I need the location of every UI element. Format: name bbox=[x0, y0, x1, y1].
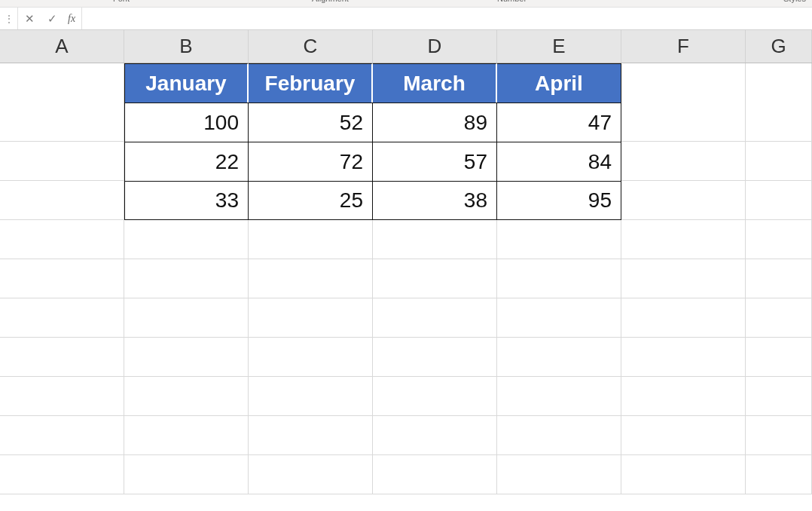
cell-G6[interactable] bbox=[746, 259, 812, 298]
cell-A9[interactable] bbox=[0, 377, 124, 415]
cell-E4[interactable]: 95 bbox=[497, 181, 621, 220]
excel-window: { "ribbon": { "groups": ["Font", "Alignm… bbox=[0, 0, 812, 511]
cell-G3[interactable] bbox=[746, 142, 812, 181]
cell-E6[interactable] bbox=[497, 259, 621, 298]
cell-A3[interactable] bbox=[0, 142, 124, 181]
cancel-button[interactable]: ✕ bbox=[18, 8, 41, 29]
cell-B2[interactable]: 100 bbox=[124, 103, 249, 142]
column-header-G[interactable]: G bbox=[746, 30, 812, 63]
row-5 bbox=[0, 220, 812, 259]
cell-F6[interactable] bbox=[621, 259, 746, 298]
column-header-D[interactable]: D bbox=[373, 30, 497, 63]
enter-button[interactable]: ✓ bbox=[41, 8, 63, 29]
cell-C3[interactable]: 72 bbox=[249, 142, 373, 181]
cell-C9[interactable] bbox=[249, 377, 373, 415]
cell-C7[interactable] bbox=[249, 298, 373, 337]
cell-B6[interactable] bbox=[124, 259, 249, 298]
cell-B5[interactable] bbox=[124, 220, 249, 259]
cell-F4[interactable] bbox=[621, 181, 746, 220]
ribbon-group-font: Font bbox=[113, 0, 130, 3]
cell-C11[interactable] bbox=[249, 455, 373, 494]
cell-C4[interactable]: 25 bbox=[249, 181, 373, 220]
cell-A1[interactable] bbox=[0, 63, 124, 103]
cell-D1[interactable]: March bbox=[373, 63, 497, 103]
row-8 bbox=[0, 338, 812, 377]
cell-F2[interactable] bbox=[621, 103, 746, 142]
formula-bar: ✕ ✓ fx bbox=[0, 8, 812, 30]
cell-F5[interactable] bbox=[621, 220, 746, 259]
cell-E7[interactable] bbox=[497, 298, 621, 337]
formula-bar-grip[interactable] bbox=[0, 8, 18, 29]
grid: January February March April 100 52 89 4… bbox=[0, 63, 812, 494]
cell-F1[interactable] bbox=[621, 63, 746, 103]
cell-C10[interactable] bbox=[249, 416, 373, 454]
cell-F9[interactable] bbox=[621, 377, 746, 415]
cell-E11[interactable] bbox=[497, 455, 621, 494]
cell-D6[interactable] bbox=[373, 259, 497, 298]
insert-function-button[interactable]: fx bbox=[63, 8, 82, 29]
fx-icon: fx bbox=[68, 13, 75, 25]
cell-B9[interactable] bbox=[124, 377, 249, 415]
cell-C5[interactable] bbox=[249, 220, 373, 259]
cell-G4[interactable] bbox=[746, 181, 812, 220]
row-7 bbox=[0, 298, 812, 338]
cell-E1[interactable]: April bbox=[497, 63, 621, 103]
cell-F8[interactable] bbox=[621, 338, 746, 376]
cell-A10[interactable] bbox=[0, 416, 124, 454]
cell-G8[interactable] bbox=[746, 338, 812, 376]
cell-G7[interactable] bbox=[746, 298, 812, 337]
cell-C2[interactable]: 52 bbox=[249, 103, 373, 142]
cell-G9[interactable] bbox=[746, 377, 812, 415]
cell-G1[interactable] bbox=[746, 63, 812, 103]
cell-B1[interactable]: January bbox=[124, 63, 249, 103]
column-header-C[interactable]: C bbox=[249, 30, 373, 63]
cell-G2[interactable] bbox=[746, 103, 812, 142]
cell-D3[interactable]: 57 bbox=[373, 142, 497, 181]
cell-E2[interactable]: 47 bbox=[497, 103, 621, 142]
formula-input[interactable] bbox=[82, 8, 812, 29]
cell-C1[interactable]: February bbox=[249, 63, 373, 103]
cell-B10[interactable] bbox=[124, 416, 249, 454]
cell-B4[interactable]: 33 bbox=[124, 181, 249, 220]
cell-E3[interactable]: 84 bbox=[497, 142, 621, 181]
cell-E8[interactable] bbox=[497, 338, 621, 376]
cell-G11[interactable] bbox=[746, 455, 812, 494]
cell-A7[interactable] bbox=[0, 298, 124, 337]
cell-A2[interactable] bbox=[0, 103, 124, 142]
cell-D9[interactable] bbox=[373, 377, 497, 415]
cell-A5[interactable] bbox=[0, 220, 124, 259]
column-header-F[interactable]: F bbox=[621, 30, 746, 63]
cell-D5[interactable] bbox=[373, 220, 497, 259]
cell-A11[interactable] bbox=[0, 455, 124, 494]
cell-B8[interactable] bbox=[124, 338, 249, 376]
cell-D2[interactable]: 89 bbox=[373, 103, 497, 142]
cell-D11[interactable] bbox=[373, 455, 497, 494]
cell-F10[interactable] bbox=[621, 416, 746, 454]
row-2: 100 52 89 47 bbox=[0, 103, 812, 142]
cell-C6[interactable] bbox=[249, 259, 373, 298]
cell-A6[interactable] bbox=[0, 259, 124, 298]
cell-D8[interactable] bbox=[373, 338, 497, 376]
cell-E9[interactable] bbox=[497, 377, 621, 415]
cell-B3[interactable]: 22 bbox=[124, 142, 249, 181]
cell-D10[interactable] bbox=[373, 416, 497, 454]
cell-F11[interactable] bbox=[621, 455, 746, 494]
cell-E5[interactable] bbox=[497, 220, 621, 259]
column-header-E[interactable]: E bbox=[497, 30, 621, 63]
cell-B7[interactable] bbox=[124, 298, 249, 337]
column-header-B[interactable]: B bbox=[124, 30, 249, 63]
cell-D4[interactable]: 38 bbox=[373, 181, 497, 220]
cell-G5[interactable] bbox=[746, 220, 812, 259]
cell-B11[interactable] bbox=[124, 455, 249, 494]
cell-F7[interactable] bbox=[621, 298, 746, 337]
ribbon-strip: Font Alignment Number Styles bbox=[0, 0, 812, 8]
cell-A4[interactable] bbox=[0, 181, 124, 220]
column-header-A[interactable]: A bbox=[0, 30, 124, 63]
row-4: 33 25 38 95 bbox=[0, 181, 812, 220]
cell-A8[interactable] bbox=[0, 338, 124, 376]
cell-C8[interactable] bbox=[249, 338, 373, 376]
cell-G10[interactable] bbox=[746, 416, 812, 454]
cell-F3[interactable] bbox=[621, 142, 746, 181]
cell-E10[interactable] bbox=[497, 416, 621, 454]
cell-D7[interactable] bbox=[373, 298, 497, 337]
